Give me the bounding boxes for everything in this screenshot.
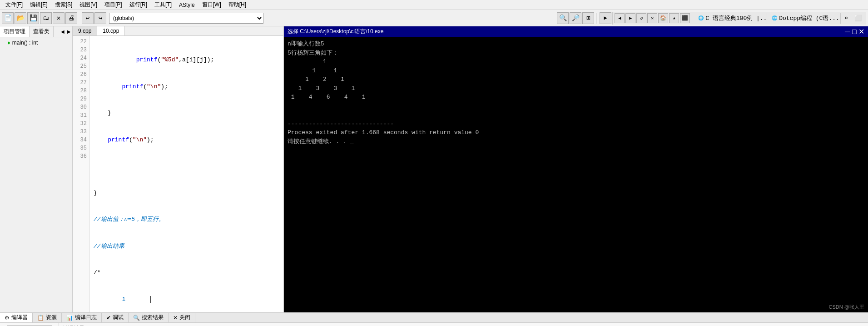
browser-tab-more-button[interactable]: » (842, 13, 851, 23)
code-line-23: printf("\n"); (94, 82, 280, 91)
replace-button[interactable]: ⊞ (582, 12, 594, 24)
bottom-tab-resources[interactable]: 📋 资源 (33, 313, 62, 322)
bottom-panel: ⚙ 编译器 📋 资源 📊 编译日志 ✔ 调试 🔍 搜索结果 ✕ 关闭 中止 (0, 312, 868, 326)
find-button[interactable]: 🔍 (557, 12, 569, 24)
bottom-tab-search-label: 搜索结果 (142, 314, 164, 321)
browser-tab-csdn[interactable]: 🌐 C 语言经典100例 |... (694, 13, 767, 24)
terminal-area: 选择 C:\Users\zjl\Desktop\ci语言\10.exe ─ □ … (284, 26, 868, 312)
line-num-23: 23 (74, 46, 89, 54)
line-num-22: 22 (74, 38, 89, 46)
bottom-tab-debug[interactable]: ✔ 调试 (102, 313, 129, 322)
compile-btn-area: 中止 Shorten compiler paths (0, 323, 59, 326)
code-container[interactable]: 22 23 24 25 26 27 28 29 30 31 32 33 34 3… (73, 36, 283, 312)
menu-view[interactable]: 视图[V] (76, 0, 101, 10)
browser-tab-dotcpp[interactable]: 🌐 Dotcpp编程 (C语... (768, 13, 841, 24)
code-line-30: /* (94, 268, 280, 277)
print-button[interactable]: 🖨 (65, 12, 77, 24)
code-line-27: } (94, 189, 280, 198)
undo-button[interactable]: ↩ (82, 12, 94, 24)
code-editor[interactable]: printf("%5d",a[i][j]); printf("\n"); } p… (90, 36, 283, 312)
compile-run-button[interactable]: ▶ (600, 12, 611, 24)
browser-back-button[interactable]: ◀ (615, 13, 625, 23)
bottom-tabs: ⚙ 编译器 📋 资源 📊 编译日志 ✔ 调试 🔍 搜索结果 ✕ 关闭 (0, 313, 868, 323)
tree-expand-icon: ─ (2, 40, 6, 46)
debug-checkmark-icon: ✔ (106, 315, 111, 321)
bottom-tab-compiler[interactable]: ⚙ 编译器 (0, 313, 33, 322)
tree-item-main[interactable]: ─ ♦ main() : int (2, 39, 70, 46)
menu-window[interactable]: 窗口[W] (198, 0, 225, 10)
browser-tab-csdn-label: C 语言经典100例 |... (705, 14, 767, 22)
toolbar: 📄 📂 💾 🗂 ✕ 🖨 ↩ ↪ (globals) 🔍 🔎 ⊞ ▶ ◀ ▶ ↺ … (0, 10, 868, 26)
line-num-34: 34 (74, 136, 89, 144)
save-all-button[interactable]: 🗂 (40, 12, 52, 24)
menu-project[interactable]: 项目[P] (101, 0, 126, 10)
menu-run[interactable]: 运行[R] (126, 0, 151, 10)
new-button[interactable]: 📄 (2, 12, 14, 24)
bottom-tab-resources-label: 资源 (46, 314, 57, 321)
menu-astyle[interactable]: AStyle (175, 1, 198, 9)
find2-button[interactable]: 🔎 (570, 12, 581, 24)
browser-stop-button[interactable]: ✕ (647, 13, 657, 23)
line-num-25: 25 (74, 62, 89, 70)
log-chart-icon: 📊 (66, 315, 73, 321)
browser-forward-button[interactable]: ▶ (625, 13, 635, 23)
redo-button[interactable]: ↪ (94, 12, 106, 24)
browser-bookmark-button[interactable]: ★ (669, 13, 679, 23)
editor-tab-9cpp[interactable]: 9.cpp (73, 26, 97, 35)
code-line-22: printf("%5d",a[i][j]); (94, 55, 280, 65)
compile-output: 编译结果... ---------- - 错误: 0 - 警告: 0 - 输出文… (59, 323, 868, 326)
line-num-36: 36 (74, 152, 89, 160)
editor-area: 9.cpp 10.cpp 22 23 24 25 26 27 28 29 30 … (73, 26, 284, 312)
bottom-tab-debug-label: 调试 (113, 314, 124, 321)
line-num-31: 31 (74, 111, 89, 120)
line-numbers: 22 23 24 25 26 27 28 29 30 31 32 33 34 3… (73, 36, 90, 312)
bottom-tab-compiler-label: 编译器 (11, 314, 28, 321)
browser-fullscreen-button[interactable]: ⬛ (680, 13, 690, 23)
sidebar-next-button[interactable]: ▶ (66, 29, 72, 34)
code-line-24: } (94, 109, 280, 118)
sidebar-prev-button[interactable]: ◀ (60, 29, 66, 34)
code-line-25: printf("\n"); (94, 135, 280, 145)
editor-tab-10cpp[interactable]: 10.cpp (97, 26, 125, 35)
line-num-28: 28 (74, 87, 89, 95)
tree-class-icon: ♦ (8, 40, 10, 46)
close-x-icon: ✕ (173, 315, 178, 321)
line-num-29: 29 (74, 95, 89, 103)
save-button[interactable]: 💾 (27, 12, 39, 24)
bottom-tab-search[interactable]: 🔍 搜索结果 (129, 313, 169, 322)
terminal-content: n即输入行数5 5行杨辉三角如下： 1 1 1 1 2 1 1 3 3 1 1 … (284, 37, 868, 312)
sidebar-tree: ─ ♦ main() : int (0, 37, 72, 312)
bottom-tab-log-label: 编译日志 (75, 314, 97, 321)
browser-home-button[interactable]: 🏠 (658, 13, 668, 23)
main-area: 项目管理 查看类 ◀ ▶ ─ ♦ main() : int 9.cpp 10.c… (0, 26, 868, 312)
line-num-26: 26 (74, 70, 89, 79)
bottom-tab-log[interactable]: 📊 编译日志 (62, 313, 102, 322)
sidebar-tab-project[interactable]: 项目管理 (0, 26, 30, 37)
bottom-tab-close-label: 关闭 (179, 314, 190, 321)
browser-refresh-button[interactable]: ↺ (636, 13, 646, 23)
menu-search[interactable]: 搜索[S] (51, 0, 76, 10)
menu-help[interactable]: 帮助[H] (225, 0, 250, 10)
line-num-32: 32 (74, 120, 89, 128)
terminal-titlebar: 选择 C:\Users\zjl\Desktop\ci语言\10.exe ─ □ … (284, 26, 868, 37)
line-num-24: 24 (74, 54, 89, 62)
menu-file[interactable]: 文件[F] (2, 0, 26, 10)
sidebar: 项目管理 查看类 ◀ ▶ ─ ♦ main() : int (0, 26, 73, 312)
bottom-tab-close[interactable]: ✕ 关闭 (169, 313, 195, 322)
code-line-26 (94, 162, 280, 171)
line-num-35: 35 (74, 144, 89, 152)
menu-edit[interactable]: 编辑[E] (26, 0, 51, 10)
csdn-watermark: CSDN @张人王 (829, 304, 864, 311)
code-line-31: 1 (94, 295, 280, 304)
terminal-title: 选择 C:\Users\zjl\Desktop\ci语言\10.exe (288, 28, 383, 35)
menu-tools[interactable]: 工具[T] (151, 0, 175, 10)
sidebar-tab-class[interactable]: 查看类 (30, 26, 54, 37)
editor-tabs: 9.cpp 10.cpp (73, 26, 283, 36)
open-button[interactable]: 📂 (15, 12, 26, 24)
sidebar-arrows: ◀ ▶ (60, 26, 72, 37)
sidebar-tabs: 项目管理 查看类 ◀ ▶ (0, 26, 72, 37)
globals-dropdown[interactable]: (globals) (109, 13, 263, 24)
browser-restore-button[interactable]: ⬜ (852, 13, 864, 23)
close-button[interactable]: ✕ (53, 12, 64, 24)
terminal-close-button[interactable]: ─ □ ✕ (845, 27, 864, 36)
